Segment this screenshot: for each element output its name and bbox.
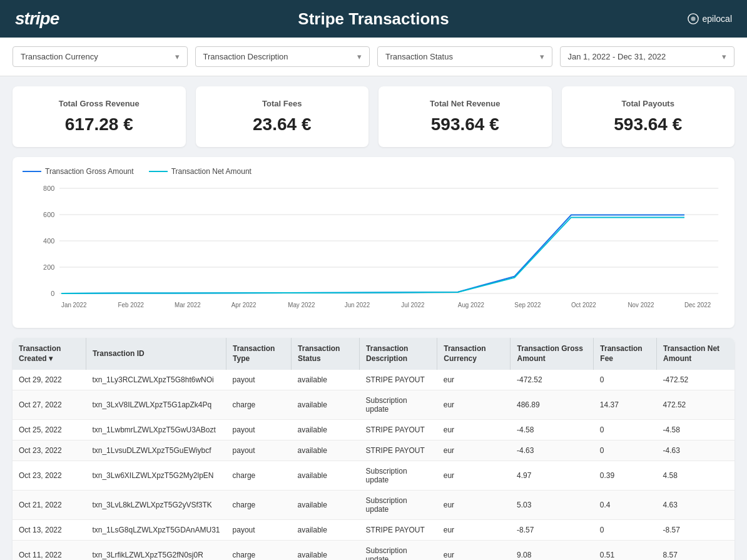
svg-text:200: 200 [43,263,54,271]
date-filter[interactable]: Jan 1, 2022 - Dec 31, 2022 ▾ [560,46,735,67]
transactions-table-container: Transaction Created ▾ Transaction ID Tra… [13,338,734,560]
table-cell: available [292,420,360,440]
date-dropdown-arrow: ▾ [722,52,726,61]
table-cell: eur [437,440,511,461]
transactions-table: Transaction Created ▾ Transaction ID Tra… [13,338,734,560]
chart-svg: 800 600 400 200 0 Jan 2022 Feb 2022 Mar … [23,182,724,320]
table-cell: Subscription update [360,390,437,420]
table-cell: Oct 27, 2022 [13,390,86,420]
status-filter[interactable]: Transaction Status ▾ [377,46,552,67]
table-cell: available [292,491,360,520]
kpi-total-fees-value: 23.64 € [211,115,354,135]
table-row: Oct 23, 2022txn_3Lw6XILZWLXpzT5G2My2lpEN… [13,461,734,491]
table-row: Oct 13, 2022txn_1LsG8qLZWLXpzT5GDAnAMU31… [13,520,734,541]
table-cell: 0 [594,370,657,390]
table-cell: available [292,440,360,461]
legend-gross: Transaction Gross Amount [23,167,134,176]
description-dropdown-arrow: ▾ [357,52,362,61]
table-cell: charge [226,390,292,420]
svg-text:Nov 2022: Nov 2022 [628,302,654,308]
table-cell: payout [226,370,292,390]
table-cell: payout [226,440,292,461]
table-cell: 14.37 [594,390,657,420]
col-currency: Transaction Currency [437,338,511,370]
col-created[interactable]: Transaction Created ▾ [13,338,86,370]
table-cell: 8.57 [657,541,734,560]
svg-text:800: 800 [43,185,54,192]
table-cell: Oct 11, 2022 [13,541,86,560]
kpi-net-revenue-label: Total Net Revenue [394,99,537,108]
svg-point-1 [691,16,695,21]
svg-text:400: 400 [43,237,54,245]
description-filter[interactable]: Transaction Description ▾ [195,46,370,67]
kpi-net-revenue: Total Net Revenue 593.64 € [379,86,552,147]
table-cell: eur [437,420,511,440]
svg-text:Feb 2022: Feb 2022 [118,302,145,308]
brand-logo: epilocal [688,13,732,24]
legend-net-line [149,171,168,172]
table-cell: txn_3LrfikLZWLXpzT5G2fN0sj0R [86,541,226,560]
legend-net: Transaction Net Amount [149,167,252,176]
table-cell: Oct 29, 2022 [13,370,86,390]
svg-text:0: 0 [51,290,54,297]
table-cell: txn_3LxV8ILZWLXpzT5G1apZk4Pq [86,390,226,420]
table-cell: -4.63 [511,440,594,461]
table-cell: Oct 13, 2022 [13,520,86,541]
kpi-total-payouts-label: Total Payouts [577,99,720,108]
col-net: Transaction Net Amount [657,338,734,370]
table-cell: txn_1LwbmrLZWLXpzT5GwU3ABozt [86,420,226,440]
status-dropdown-arrow: ▾ [540,52,544,61]
table-cell: Subscription update [360,491,437,520]
svg-text:Jan 2022: Jan 2022 [61,302,87,308]
currency-filter[interactable]: Transaction Currency ▾ [13,46,188,67]
table-cell: txn_3LvL8kLZWLXpzT5G2yVSf3TK [86,491,226,520]
table-cell: -4.63 [657,440,734,461]
svg-text:Oct 2022: Oct 2022 [571,302,596,308]
table-cell: txn_1LvsuDLZWLXpzT5GuEWiybcf [86,440,226,461]
table-cell: Subscription update [360,541,437,560]
table-cell: charge [226,461,292,491]
table-cell: 0.39 [594,461,657,491]
table-cell: available [292,461,360,491]
table-row: Oct 25, 2022txn_1LwbmrLZWLXpzT5GwU3ABozt… [13,420,734,440]
svg-text:Apr 2022: Apr 2022 [231,302,257,308]
kpi-gross-revenue-label: Total Gross Revenue [28,99,171,108]
table-cell: 472.52 [657,390,734,420]
table-cell: 5.03 [511,491,594,520]
kpi-total-fees-label: Total Fees [211,99,354,108]
table-cell: -472.52 [511,370,594,390]
table-row: Oct 29, 2022txn_1Ly3RCLZWLXpzT5G8ht6wNOi… [13,370,734,390]
col-description: Transaction Description [360,338,437,370]
table-cell: eur [437,370,511,390]
table-cell: 0.4 [594,491,657,520]
legend-gross-line [23,171,41,172]
table-cell: eur [437,541,511,560]
table-cell: -4.58 [657,420,734,440]
currency-dropdown-arrow: ▾ [175,52,180,61]
table-cell: -472.52 [657,370,734,390]
chart-container: Transaction Gross Amount Transaction Net… [13,157,734,328]
table-cell: 486.89 [511,390,594,420]
svg-text:Dec 2022: Dec 2022 [684,302,711,308]
table-cell: STRIPE PAYOUT [360,420,437,440]
table-row: Oct 21, 2022txn_3LvL8kLZWLXpzT5G2yVSf3TK… [13,491,734,520]
col-status: Transaction Status [292,338,360,370]
table-header-row: Transaction Created ▾ Transaction ID Tra… [13,338,734,370]
svg-text:Mar 2022: Mar 2022 [175,302,201,308]
table-cell: 4.63 [657,491,734,520]
table-cell: -4.58 [511,420,594,440]
col-id: Transaction ID [86,338,226,370]
table-row: Oct 11, 2022txn_3LrfikLZWLXpzT5G2fN0sj0R… [13,541,734,560]
svg-text:May 2022: May 2022 [288,302,315,308]
table-cell: 0 [594,520,657,541]
table-cell: STRIPE PAYOUT [360,520,437,541]
table-cell: available [292,390,360,420]
table-cell: 0 [594,420,657,440]
table-cell: -8.57 [657,520,734,541]
table-cell: txn_1Ly3RCLZWLXpzT5G8ht6wNOi [86,370,226,390]
table-cell: STRIPE PAYOUT [360,370,437,390]
col-gross: Transaction Gross Amount [511,338,594,370]
table-cell: Oct 23, 2022 [13,461,86,491]
table-cell: STRIPE PAYOUT [360,440,437,461]
page-title: Stripe Transactions [298,9,449,29]
